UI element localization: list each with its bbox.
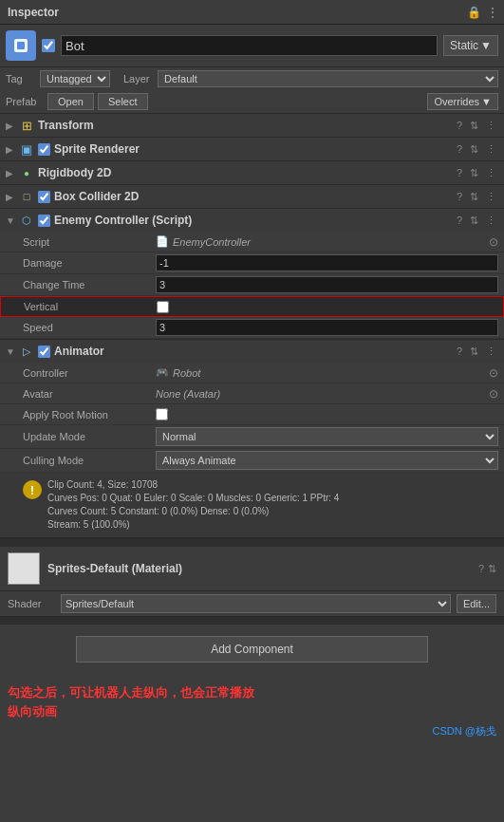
rigidbody2d-settings-button[interactable]: ⇅ (468, 167, 480, 179)
animator-menu-button[interactable]: ⋮ (484, 346, 498, 358)
layer-select[interactable]: Default (158, 70, 498, 87)
material-info: Sprites-Default (Material) (47, 562, 471, 575)
inspector-tab: Inspector 🔒 ⋮ (0, 0, 504, 25)
box-collider2d-settings-button[interactable]: ⇅ (468, 191, 480, 203)
script-label: Script (23, 236, 156, 248)
avatar-value: None (Avatar) (156, 388, 220, 400)
apply-root-motion-label: Apply Root Motion (23, 409, 156, 420)
component-animator-header[interactable]: ▼ ▷ Animator ? ⇅ ⋮ (0, 340, 504, 363)
transform-icon: ⊞ (19, 118, 34, 133)
controller-prop-row: Controller 🎮 Robot ⊙ (0, 363, 504, 383)
component-box-collider2d-header[interactable]: ▶ □ Box Collider 2D ? ⇅ ⋮ (0, 185, 504, 208)
enemy-controller-menu-button[interactable]: ⋮ (484, 215, 498, 227)
material-settings-button[interactable]: ⇅ (488, 563, 496, 575)
enemy-controller-arrow-icon: ▼ (6, 215, 15, 226)
component-rigidbody2d-header[interactable]: ▶ ● Rigidbody 2D ? ⇅ ⋮ (0, 161, 504, 184)
add-component-button[interactable]: Add Component (76, 636, 428, 663)
culling-mode-prop-row: Culling Mode Always Animate (0, 449, 504, 473)
avatar-selector-icon[interactable]: ⊙ (489, 387, 498, 401)
component-sprite-renderer-header[interactable]: ▶ ▣ Sprite Renderer ? ⇅ ⋮ (0, 138, 504, 160)
enemy-controller-help-button[interactable]: ? (455, 215, 464, 226)
rigidbody2d-label: Rigidbody 2D (38, 166, 451, 179)
add-component-section: Add Component (0, 625, 504, 674)
tag-layer-row: Tag Untagged Layer Default (0, 67, 504, 90)
object-name-input[interactable] (61, 35, 438, 56)
script-value: EnemyController (173, 236, 251, 248)
component-animator: ▼ ▷ Animator ? ⇅ ⋮ Controller 🎮 Robot ⊙ … (0, 340, 504, 539)
enemy-controller-icon: ⬡ (19, 213, 34, 228)
script-prop-row: Script 📄 EnemyController ⊙ (0, 232, 504, 252)
material-actions: ? ⇅ (478, 563, 496, 575)
component-box-collider2d: ▶ □ Box Collider 2D ? ⇅ ⋮ (0, 185, 504, 209)
static-button[interactable]: Static ▼ (443, 35, 498, 56)
shader-select[interactable]: Sprites/Default (61, 594, 451, 613)
box-collider2d-arrow-icon: ▶ (6, 192, 15, 202)
component-sprite-renderer: ▶ ▣ Sprite Renderer ? ⇅ ⋮ (0, 138, 504, 161)
transform-arrow-icon: ▶ (6, 121, 15, 131)
material-thumbnail (8, 552, 40, 585)
sprite-renderer-checkbox[interactable] (38, 143, 50, 156)
section-divider (0, 539, 504, 547)
update-mode-prop-row: Update Mode Normal (0, 425, 504, 449)
change-time-input[interactable] (156, 276, 498, 293)
material-help-button[interactable]: ? (478, 563, 484, 574)
speed-prop-row: Speed (0, 317, 504, 339)
box-collider2d-checkbox[interactable] (38, 191, 50, 203)
animator-help-button[interactable]: ? (455, 346, 464, 357)
controller-selector-icon[interactable]: ⊙ (489, 366, 498, 380)
transform-settings-button[interactable]: ⇅ (468, 120, 480, 132)
apply-root-motion-checkbox[interactable] (156, 408, 168, 420)
component-enemy-controller-header[interactable]: ▼ ⬡ Enemy Controller (Script) ? ⇅ ⋮ (0, 209, 504, 232)
box-collider2d-icon: □ (19, 189, 34, 204)
controller-file-icon: 🎮 (156, 366, 169, 379)
prefab-open-button[interactable]: Open (47, 93, 94, 110)
comment-text: 勾选之后，可让机器人走纵向，也会正常播放纵向动画 (8, 683, 496, 720)
component-rigidbody2d: ▶ ● Rigidbody 2D ? ⇅ ⋮ (0, 161, 504, 185)
sprite-renderer-help-button[interactable]: ? (455, 143, 464, 155)
enemy-controller-checkbox[interactable] (38, 215, 50, 227)
enemy-controller-settings-button[interactable]: ⇅ (468, 215, 480, 227)
damage-input[interactable] (156, 254, 498, 271)
transform-menu-button[interactable]: ⋮ (484, 120, 498, 132)
prefab-select-button[interactable]: Select (98, 93, 148, 110)
rigidbody2d-menu-button[interactable]: ⋮ (484, 167, 498, 179)
prefab-row: Prefab Open Select Overrides ▼ (0, 90, 504, 114)
update-mode-select[interactable]: Normal (156, 427, 498, 446)
inspector-tab-label: Inspector (8, 6, 59, 19)
speed-input[interactable] (156, 319, 498, 336)
rigidbody2d-actions: ? ⇅ ⋮ (455, 167, 498, 179)
component-transform-header[interactable]: ▶ ⊞ Transform ? ⇅ ⋮ (0, 114, 504, 137)
animator-label: Animator (54, 345, 451, 358)
shader-row: Shader Sprites/Default Edit... (0, 591, 504, 617)
update-mode-label: Update Mode (23, 431, 156, 442)
lock-icon[interactable]: 🔒 (467, 6, 481, 19)
component-transform: ▶ ⊞ Transform ? ⇅ ⋮ (0, 114, 504, 138)
animator-settings-button[interactable]: ⇅ (468, 346, 480, 358)
tag-select[interactable]: Untagged (40, 70, 110, 87)
damage-prop-row: Damage (0, 252, 504, 274)
animator-info-text: Clip Count: 4, Size: 10708 Curves Pos: 0… (47, 478, 339, 532)
object-active-checkbox[interactable] (42, 39, 55, 52)
speed-label: Speed (23, 322, 156, 333)
box-collider2d-menu-button[interactable]: ⋮ (484, 191, 498, 203)
culling-mode-select[interactable]: Always Animate (156, 451, 498, 470)
object-header: Static ▼ (0, 25, 504, 67)
sprite-renderer-settings-button[interactable]: ⇅ (468, 143, 480, 156)
sprite-renderer-menu-button[interactable]: ⋮ (484, 143, 498, 156)
material-section: Sprites-Default (Material) ? ⇅ (0, 547, 504, 591)
script-selector-icon[interactable]: ⊙ (489, 235, 498, 249)
animator-checkbox[interactable] (38, 346, 50, 358)
controller-label: Controller (23, 367, 156, 379)
animator-arrow-icon: ▼ (6, 346, 15, 357)
transform-help-button[interactable]: ? (455, 120, 464, 131)
apply-root-motion-prop-row: Apply Root Motion (0, 404, 504, 425)
vertical-checkbox[interactable] (157, 301, 169, 313)
culling-mode-label: Culling Mode (23, 455, 156, 466)
prefab-overrides-button[interactable]: Overrides ▼ (427, 93, 498, 110)
rigidbody2d-help-button[interactable]: ? (455, 167, 464, 178)
shader-edit-button[interactable]: Edit... (457, 594, 496, 613)
kebab-menu-icon[interactable]: ⋮ (487, 6, 498, 19)
box-collider2d-help-button[interactable]: ? (455, 191, 464, 202)
avatar-prop-row: Avatar None (Avatar) ⊙ (0, 383, 504, 404)
animator-info-box: ! Clip Count: 4, Size: 10708 Curves Pos:… (0, 473, 504, 538)
